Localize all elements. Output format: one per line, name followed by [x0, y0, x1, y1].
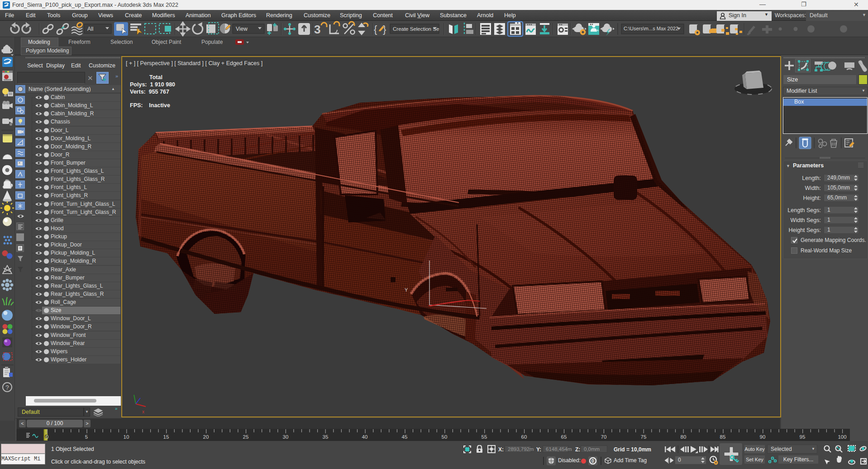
svg-text:Create Selection Se: Create Selection Se: [393, 26, 439, 32]
svg-text:45: 45: [402, 434, 408, 440]
svg-text:60: 60: [521, 434, 527, 440]
svg-text:C:\Users\m...s Max 2022: C:\Users\m...s Max 2022: [624, 26, 678, 31]
svg-text:5: 5: [85, 434, 88, 440]
svg-text:25: 25: [243, 434, 249, 440]
svg-text:3: 3: [314, 23, 320, 36]
svg-text:65: 65: [561, 434, 567, 440]
svg-text:55: 55: [482, 434, 487, 440]
svg-text:0: 0: [591, 459, 594, 464]
svg-text:0: 0: [46, 434, 48, 440]
svg-text:80: 80: [681, 434, 687, 440]
svg-text:All: All: [87, 26, 93, 32]
svg-text:15: 15: [163, 434, 169, 440]
svg-text:30: 30: [283, 434, 289, 440]
svg-text:75: 75: [641, 434, 647, 440]
svg-text:x: x: [142, 409, 144, 414]
svg-text:70: 70: [601, 434, 607, 440]
svg-text:Y: Y: [405, 287, 408, 293]
svg-text:100: 100: [838, 434, 846, 440]
svg-text:}: }: [383, 24, 386, 35]
svg-text:?: ?: [5, 384, 9, 391]
svg-text:35: 35: [323, 434, 329, 440]
svg-text:40: 40: [362, 434, 368, 440]
svg-text:95: 95: [800, 434, 806, 440]
svg-text:20: 20: [203, 434, 209, 440]
svg-text:90: 90: [760, 434, 766, 440]
svg-text:View: View: [236, 26, 248, 32]
svg-text:10: 10: [124, 434, 129, 440]
svg-text:50: 50: [442, 434, 448, 440]
svg-text:85: 85: [720, 434, 726, 440]
svg-text:{: {: [374, 24, 377, 35]
